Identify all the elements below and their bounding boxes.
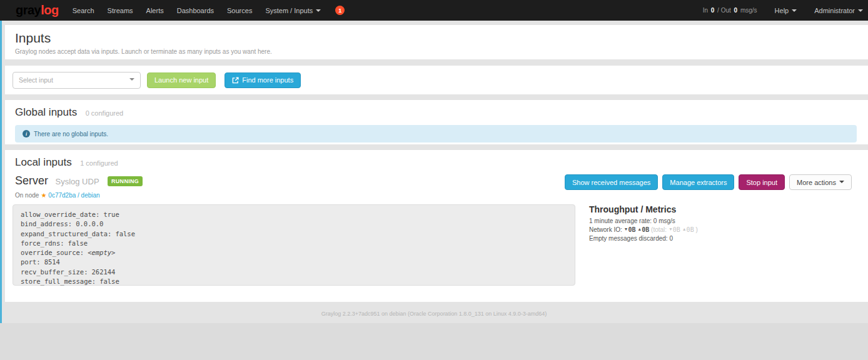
nav-item-label: System / Inputs: [265, 7, 313, 14]
footer-version-text: Graylog 2.2.3+7adc951 on debian (Oracle …: [0, 311, 868, 317]
node-link[interactable]: 0c77d2ba / debian: [48, 192, 99, 199]
local-inputs-section: Local inputs 1 configured Server Syslog …: [5, 150, 868, 302]
empty-value: 0: [669, 235, 673, 242]
config-row: bind_address0.0.0.0: [21, 219, 567, 229]
page-subtitle: Graylog nodes accept data via inputs. La…: [15, 48, 858, 55]
input-type-select[interactable]: Select input: [13, 72, 141, 89]
metrics-title: Throughput / Metrics: [589, 204, 698, 214]
top-navbar: graylog Search Streams Alerts Dashboards…: [0, 0, 868, 21]
nav-item-user-menu[interactable]: Administrator: [814, 7, 863, 14]
logo-red-text: log: [41, 3, 59, 17]
global-inputs-count: 0 configured: [86, 109, 124, 117]
main-nav: Search Streams Alerts Dashboards Sources…: [73, 7, 334, 14]
stop-input-button[interactable]: Stop input: [739, 174, 785, 190]
network-up-value: 0B: [642, 226, 649, 233]
navbar-right: In 0 / Out 0 msg/s Help Administrator: [703, 7, 863, 14]
global-inputs-title: Global inputs: [15, 106, 77, 118]
upload-arrow-icon: ▲: [682, 227, 687, 231]
nav-item-streams[interactable]: Streams: [108, 7, 133, 14]
show-received-messages-button[interactable]: Show received messages: [565, 174, 658, 190]
throughput-out-value: 0: [733, 7, 739, 14]
total-label: (total:: [651, 226, 667, 233]
local-inputs-count: 1 configured: [80, 159, 118, 167]
chevron-down-icon: [316, 9, 321, 12]
external-link-icon: [232, 77, 239, 84]
notification-badge[interactable]: 1: [335, 6, 345, 15]
help-label: Help: [775, 7, 789, 14]
more-actions-button[interactable]: More actions: [789, 174, 852, 190]
throughput-in-label: In: [703, 7, 708, 14]
config-key: override_source: [21, 249, 84, 256]
input-type: Syslog UDP: [55, 177, 99, 186]
config-row: store_full_messagefalse: [21, 277, 567, 286]
nav-item-search[interactable]: Search: [73, 7, 94, 14]
total-close: ): [695, 226, 697, 233]
config-value: 8514: [44, 258, 60, 266]
launch-new-input-button[interactable]: Launch new input: [147, 72, 216, 88]
config-row: port8514: [21, 258, 567, 267]
page-title: Inputs: [15, 31, 858, 46]
input-launcher-section: Select input Launch new input Find more …: [5, 66, 868, 94]
chevron-down-icon: [792, 9, 797, 12]
metric-average-rate: 1 minute average rate: 0 msg/s: [589, 218, 698, 225]
no-global-inputs-alert: i There are no global inputs.: [15, 125, 857, 142]
config-row: allow_override_datetrue: [21, 210, 567, 219]
throughput-metrics: Throughput / Metrics 1 minute average ra…: [589, 204, 698, 286]
metric-network-io: Network IO: ▼0B ▲0B (total: ▼0B ▲0B ): [589, 226, 698, 234]
nav-item-alerts[interactable]: Alerts: [146, 7, 164, 14]
config-key: store_full_message: [21, 278, 96, 285]
global-throughput: In 0 / Out 0 msg/s: [703, 7, 757, 14]
info-icon: i: [23, 130, 30, 138]
find-more-inputs-button[interactable]: Find more inputs: [225, 72, 301, 88]
config-value: false: [99, 278, 119, 285]
config-value: false: [68, 239, 88, 247]
nav-item-sources[interactable]: Sources: [227, 7, 252, 14]
manage-extractors-button[interactable]: Manage extractors: [662, 174, 734, 190]
empty-label: Empty messages discarded:: [589, 235, 668, 242]
throughput-unit: msg/s: [740, 7, 757, 14]
throughput-in-value: 0: [710, 7, 716, 14]
nav-item-system-inputs[interactable]: System / Inputs: [265, 7, 321, 14]
chevron-down-icon: [858, 9, 863, 12]
nav-item-help[interactable]: Help: [775, 7, 797, 14]
global-inputs-section: Global inputs 0 configured i There are n…: [5, 100, 868, 144]
config-row: override_source<empty>: [21, 248, 567, 258]
local-inputs-header: Local inputs 1 configured: [13, 156, 858, 169]
config-row: expand_structured_datafalse: [21, 229, 567, 239]
config-value: 0.0.0.0: [76, 220, 103, 228]
logo-gray-text: gray: [16, 3, 41, 17]
rate-label: 1 minute average rate:: [589, 218, 652, 224]
page-header-section: Inputs Graylog nodes accept data via inp…: [5, 25, 868, 59]
chevron-down-icon: [129, 78, 134, 81]
page-content: Inputs Graylog nodes accept data via inp…: [0, 21, 868, 360]
throughput-out-label: / Out: [717, 7, 731, 14]
config-key: expand_structured_data: [21, 230, 111, 238]
user-label: Administrator: [814, 7, 855, 14]
metric-empty-messages: Empty messages discarded: 0: [589, 235, 698, 242]
graylog-logo[interactable]: graylog: [16, 3, 59, 18]
config-key: allow_override_date: [21, 211, 99, 218]
more-actions-label: More actions: [797, 179, 836, 186]
input-row: Server Syslog UDP RUNNING Show received …: [13, 174, 858, 190]
input-configuration-well: allow_override_datetrue bind_address0.0.…: [13, 204, 575, 286]
upload-arrow-icon: ▲: [637, 227, 642, 231]
config-row: force_rdnsfalse: [21, 239, 567, 248]
graylog-app: graylog Search Streams Alerts Dashboards…: [0, 0, 868, 360]
node-label: On node: [15, 192, 39, 199]
bottom-band: [0, 323, 868, 360]
config-key: force_rdns: [21, 239, 64, 247]
config-value: false: [115, 230, 135, 238]
global-inputs-header: Global inputs 0 configured: [15, 106, 858, 119]
config-row: recv_buffer_size262144: [21, 268, 567, 277]
config-value: <empty>: [88, 249, 115, 256]
network-label: Network IO:: [589, 226, 622, 233]
alert-text: There are no global inputs.: [34, 131, 108, 138]
nav-item-dashboards[interactable]: Dashboards: [177, 7, 214, 14]
select-placeholder: Select input: [19, 76, 53, 84]
download-arrow-icon: ▼: [624, 227, 628, 231]
config-key: recv_buffer_size: [21, 268, 88, 276]
input-details: allow_override_datetrue bind_address0.0.…: [13, 204, 858, 286]
total-down-value: 0B: [673, 226, 680, 233]
rate-value: 0 msg/s: [654, 218, 675, 224]
download-arrow-icon: ▼: [669, 227, 673, 231]
